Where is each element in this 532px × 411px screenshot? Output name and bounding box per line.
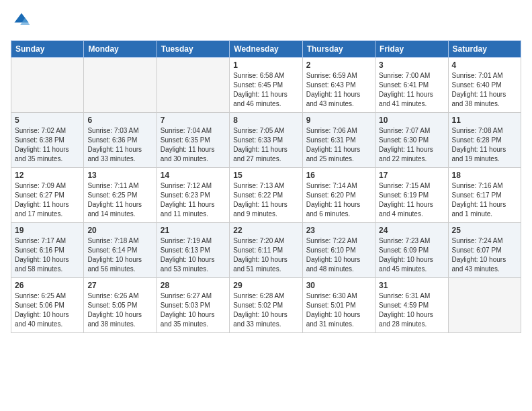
- day-number: 23: [306, 226, 371, 235]
- day-info: Sunrise: 7:19 AM Sunset: 6:13 PM Dayligh…: [161, 236, 226, 274]
- day-number: 24: [379, 226, 444, 235]
- day-number: 9: [306, 116, 371, 125]
- day-number: 6: [87, 116, 152, 125]
- day-number: 14: [161, 171, 226, 180]
- day-info: Sunrise: 7:22 AM Sunset: 6:10 PM Dayligh…: [306, 236, 371, 274]
- logo: [11, 11, 31, 32]
- day-number: 13: [87, 171, 152, 180]
- calendar-cell: 4Sunrise: 7:01 AM Sunset: 6:40 PM Daylig…: [448, 58, 521, 113]
- calendar-cell: 10Sunrise: 7:07 AM Sunset: 6:30 PM Dayli…: [375, 113, 448, 168]
- calendar-cell: 14Sunrise: 7:12 AM Sunset: 6:23 PM Dayli…: [157, 168, 229, 223]
- day-number: 25: [452, 226, 517, 235]
- day-info: Sunrise: 7:04 AM Sunset: 6:35 PM Dayligh…: [161, 126, 226, 164]
- calendar-cell: [448, 278, 521, 333]
- calendar-cell: 25Sunrise: 7:24 AM Sunset: 6:07 PM Dayli…: [448, 223, 521, 278]
- day-number: 30: [306, 281, 371, 290]
- weekday-header-wednesday: Wednesday: [230, 41, 302, 58]
- day-info: Sunrise: 7:06 AM Sunset: 6:31 PM Dayligh…: [306, 126, 371, 164]
- day-info: Sunrise: 7:13 AM Sunset: 6:22 PM Dayligh…: [233, 181, 298, 219]
- calendar-cell: 22Sunrise: 7:20 AM Sunset: 6:11 PM Dayli…: [230, 223, 302, 278]
- calendar-cell: 11Sunrise: 7:08 AM Sunset: 6:28 PM Dayli…: [448, 113, 521, 168]
- day-info: Sunrise: 7:11 AM Sunset: 6:25 PM Dayligh…: [87, 181, 152, 219]
- day-number: 10: [379, 116, 444, 125]
- day-info: Sunrise: 7:02 AM Sunset: 6:38 PM Dayligh…: [15, 126, 80, 164]
- day-info: Sunrise: 7:12 AM Sunset: 6:23 PM Dayligh…: [161, 181, 226, 219]
- day-info: Sunrise: 6:25 AM Sunset: 5:06 PM Dayligh…: [15, 291, 80, 329]
- calendar-cell: 20Sunrise: 7:18 AM Sunset: 6:14 PM Dayli…: [84, 223, 157, 278]
- day-info: Sunrise: 7:05 AM Sunset: 6:33 PM Dayligh…: [233, 126, 298, 164]
- day-info: Sunrise: 6:26 AM Sunset: 5:05 PM Dayligh…: [87, 291, 152, 329]
- page-header: [11, 11, 521, 32]
- day-number: 20: [87, 226, 152, 235]
- calendar-cell: 12Sunrise: 7:09 AM Sunset: 6:27 PM Dayli…: [11, 168, 84, 223]
- day-info: Sunrise: 6:58 AM Sunset: 6:45 PM Dayligh…: [233, 71, 298, 109]
- calendar-cell: 19Sunrise: 7:17 AM Sunset: 6:16 PM Dayli…: [11, 223, 84, 278]
- day-number: 21: [161, 226, 226, 235]
- day-info: Sunrise: 6:28 AM Sunset: 5:02 PM Dayligh…: [233, 291, 298, 329]
- weekday-header-tuesday: Tuesday: [157, 41, 229, 58]
- day-info: Sunrise: 7:16 AM Sunset: 6:17 PM Dayligh…: [452, 181, 517, 219]
- week-row-3: 12Sunrise: 7:09 AM Sunset: 6:27 PM Dayli…: [11, 168, 521, 223]
- weekday-header-monday: Monday: [84, 41, 157, 58]
- calendar-cell: 27Sunrise: 6:26 AM Sunset: 5:05 PM Dayli…: [84, 278, 157, 333]
- weekday-header-friday: Friday: [375, 41, 448, 58]
- calendar-cell: [157, 58, 229, 113]
- day-info: Sunrise: 6:31 AM Sunset: 4:59 PM Dayligh…: [379, 291, 444, 329]
- day-number: 5: [15, 116, 80, 125]
- day-number: 11: [452, 116, 517, 125]
- day-info: Sunrise: 7:00 AM Sunset: 6:41 PM Dayligh…: [379, 71, 444, 109]
- calendar-cell: 9Sunrise: 7:06 AM Sunset: 6:31 PM Daylig…: [302, 113, 375, 168]
- day-number: 8: [233, 116, 298, 125]
- calendar-cell: 5Sunrise: 7:02 AM Sunset: 6:38 PM Daylig…: [11, 113, 84, 168]
- day-info: Sunrise: 7:14 AM Sunset: 6:20 PM Dayligh…: [306, 181, 371, 219]
- day-number: 19: [15, 226, 80, 235]
- day-number: 29: [233, 281, 298, 290]
- day-number: 4: [452, 60, 517, 70]
- day-info: Sunrise: 6:59 AM Sunset: 6:43 PM Dayligh…: [306, 71, 371, 109]
- day-info: Sunrise: 7:07 AM Sunset: 6:30 PM Dayligh…: [379, 126, 444, 164]
- calendar-cell: 1Sunrise: 6:58 AM Sunset: 6:45 PM Daylig…: [230, 58, 302, 113]
- calendar-cell: 18Sunrise: 7:16 AM Sunset: 6:17 PM Dayli…: [448, 168, 521, 223]
- calendar-cell: 8Sunrise: 7:05 AM Sunset: 6:33 PM Daylig…: [230, 113, 302, 168]
- weekday-header-sunday: Sunday: [11, 41, 84, 58]
- calendar-table: SundayMondayTuesdayWednesdayThursdayFrid…: [11, 40, 521, 333]
- day-info: Sunrise: 7:18 AM Sunset: 6:14 PM Dayligh…: [87, 236, 152, 274]
- day-info: Sunrise: 7:20 AM Sunset: 6:11 PM Dayligh…: [233, 236, 298, 274]
- calendar-cell: 21Sunrise: 7:19 AM Sunset: 6:13 PM Dayli…: [157, 223, 229, 278]
- calendar-cell: 2Sunrise: 6:59 AM Sunset: 6:43 PM Daylig…: [302, 58, 375, 113]
- week-row-2: 5Sunrise: 7:02 AM Sunset: 6:38 PM Daylig…: [11, 113, 521, 168]
- day-number: 22: [233, 226, 298, 235]
- calendar-cell: 28Sunrise: 6:27 AM Sunset: 5:03 PM Dayli…: [157, 278, 229, 333]
- weekday-header-thursday: Thursday: [302, 41, 375, 58]
- calendar-cell: 30Sunrise: 6:30 AM Sunset: 5:01 PM Dayli…: [302, 278, 375, 333]
- calendar-cell: [84, 58, 157, 113]
- day-number: 17: [379, 171, 444, 180]
- day-number: 16: [306, 171, 371, 180]
- week-row-4: 19Sunrise: 7:17 AM Sunset: 6:16 PM Dayli…: [11, 223, 521, 278]
- day-info: Sunrise: 7:23 AM Sunset: 6:09 PM Dayligh…: [379, 236, 444, 274]
- day-number: 26: [15, 281, 80, 290]
- day-number: 7: [161, 116, 226, 125]
- day-number: 1: [233, 60, 298, 70]
- calendar-cell: 6Sunrise: 7:03 AM Sunset: 6:36 PM Daylig…: [84, 113, 157, 168]
- day-number: 12: [15, 171, 80, 180]
- day-info: Sunrise: 6:27 AM Sunset: 5:03 PM Dayligh…: [161, 291, 226, 329]
- day-number: 31: [379, 281, 444, 290]
- day-info: Sunrise: 7:15 AM Sunset: 6:19 PM Dayligh…: [379, 181, 444, 219]
- calendar-cell: 15Sunrise: 7:13 AM Sunset: 6:22 PM Dayli…: [230, 168, 302, 223]
- calendar-cell: 29Sunrise: 6:28 AM Sunset: 5:02 PM Dayli…: [230, 278, 302, 333]
- day-number: 27: [87, 281, 152, 290]
- calendar-cell: 17Sunrise: 7:15 AM Sunset: 6:19 PM Dayli…: [375, 168, 448, 223]
- weekday-header-saturday: Saturday: [448, 41, 521, 58]
- calendar-cell: 24Sunrise: 7:23 AM Sunset: 6:09 PM Dayli…: [375, 223, 448, 278]
- calendar-cell: [11, 58, 84, 113]
- logo-icon: [12, 11, 31, 30]
- day-number: 28: [161, 281, 226, 290]
- day-number: 15: [233, 171, 298, 180]
- day-info: Sunrise: 7:03 AM Sunset: 6:36 PM Dayligh…: [87, 126, 152, 164]
- calendar-cell: 26Sunrise: 6:25 AM Sunset: 5:06 PM Dayli…: [11, 278, 84, 333]
- day-info: Sunrise: 7:17 AM Sunset: 6:16 PM Dayligh…: [15, 236, 80, 274]
- week-row-1: 1Sunrise: 6:58 AM Sunset: 6:45 PM Daylig…: [11, 58, 521, 113]
- calendar-cell: 3Sunrise: 7:00 AM Sunset: 6:41 PM Daylig…: [375, 58, 448, 113]
- day-number: 18: [452, 171, 517, 180]
